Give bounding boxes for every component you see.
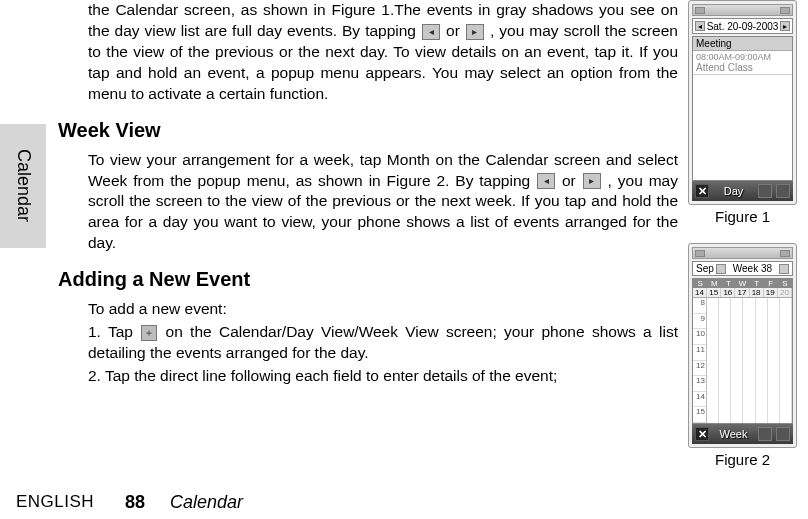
day[interactable]: 18 [750, 288, 764, 297]
grid-columns[interactable] [707, 298, 792, 423]
arrow-right-icon: ▸ [466, 24, 484, 40]
arrow-left-icon[interactable]: ◂ [695, 21, 705, 31]
hour-column: 8 9 10 11 12 13 14 15 [693, 298, 707, 423]
arrow-left-icon: ◂ [537, 173, 555, 189]
day[interactable]: 16 [721, 288, 735, 297]
device-mock-day-view: ◂ Sat. 20-09-2003 ▸ Meeting 08:00AM-09:0… [688, 0, 797, 205]
side-tab: Calendar [0, 124, 46, 248]
hour: 8 [693, 298, 706, 314]
event-title: Attend Class [696, 62, 789, 73]
view-label[interactable]: Day [713, 185, 754, 197]
dow: S [778, 279, 792, 288]
week-view-body: S M T W T F S 14 15 16 17 18 19 20 8 9 [692, 278, 793, 424]
side-tab-label: Calendar [13, 149, 34, 222]
status-stub [780, 7, 790, 14]
view-label[interactable]: Week [713, 428, 754, 440]
dropdown-icon[interactable] [716, 264, 726, 274]
dow: T [750, 279, 764, 288]
figure-2: Sep Week 38 S M T W T F S 14 15 16 17 18… [688, 243, 797, 468]
new-event-icon[interactable] [758, 427, 772, 441]
new-event-icon[interactable] [758, 184, 772, 198]
month-week-bar: Sep Week 38 [692, 261, 793, 276]
date-label: Sat. 20-09-2003 [707, 21, 779, 32]
hour: 10 [693, 329, 706, 345]
close-icon[interactable]: ✕ [695, 184, 709, 198]
dow: T [721, 279, 735, 288]
main-content: the Calendar screen, as shown in Figure … [88, 0, 684, 389]
event-time: 08:00AM-09:00AM [696, 52, 789, 62]
hour: 13 [693, 376, 706, 392]
text: or [441, 22, 465, 39]
text: 1. Tap [88, 323, 140, 340]
week-grid[interactable]: 8 9 10 11 12 13 14 15 [693, 298, 792, 423]
figure-1-caption: Figure 1 [688, 208, 797, 225]
hour: 14 [693, 392, 706, 408]
hour: 12 [693, 361, 706, 377]
plus-icon: ＋ [141, 325, 157, 341]
day[interactable]: 17 [735, 288, 749, 297]
add-event-step-1: 1. Tap ＋ on the Calendar/Day View/Week V… [88, 322, 678, 364]
menu-icon[interactable] [776, 427, 790, 441]
device-mock-week-view: Sep Week 38 S M T W T F S 14 15 16 17 18… [688, 243, 797, 448]
device-bottom-bar: ✕ Day [692, 181, 793, 201]
date-bar: ◂ Sat. 20-09-2003 ▸ [692, 18, 793, 34]
dow: S [693, 279, 707, 288]
dow: M [707, 279, 721, 288]
hour: 15 [693, 407, 706, 423]
language-label: ENGLISH [0, 492, 110, 512]
arrow-right-icon: ▸ [583, 173, 601, 189]
device-status-bar [692, 4, 793, 16]
figure-1: ◂ Sat. 20-09-2003 ▸ Meeting 08:00AM-09:0… [688, 0, 797, 225]
dropdown-icon[interactable] [779, 264, 789, 274]
day-view-body: Meeting 08:00AM-09:00AM Attend Class [692, 36, 793, 181]
add-event-step-2: 2. Tap the direct line following each fi… [88, 366, 678, 387]
event-row[interactable]: 08:00AM-09:00AM Attend Class [693, 51, 792, 75]
intro-paragraph: the Calendar screen, as shown in Figure … [88, 0, 678, 105]
all-day-event[interactable]: Meeting [693, 37, 792, 51]
device-status-bar [692, 247, 793, 259]
week-label: Week 38 [728, 263, 777, 274]
day[interactable]: 20 [778, 288, 792, 297]
dow: W [735, 279, 749, 288]
day[interactable]: 19 [764, 288, 778, 297]
text: on the Calendar/Day View/Week View scree… [88, 323, 678, 361]
day[interactable]: 15 [707, 288, 721, 297]
status-stub [695, 7, 705, 14]
arrow-right-icon[interactable]: ▸ [780, 21, 790, 31]
page-number: 88 [110, 492, 160, 513]
status-stub [780, 250, 790, 257]
hour: 11 [693, 345, 706, 361]
month-label[interactable]: Sep [696, 263, 714, 274]
menu-icon[interactable] [776, 184, 790, 198]
week-header: S M T W T F S [693, 279, 792, 288]
text: or [556, 172, 582, 189]
arrow-left-icon: ◂ [422, 24, 440, 40]
figure-2-caption: Figure 2 [688, 451, 797, 468]
week-view-paragraph: To view your arrangement for a week, tap… [88, 150, 678, 255]
day[interactable]: 14 [693, 288, 707, 297]
footer-title: Calendar [170, 492, 243, 513]
status-stub [695, 250, 705, 257]
week-days: 14 15 16 17 18 19 20 [693, 288, 792, 298]
close-icon[interactable]: ✕ [695, 427, 709, 441]
page-footer: ENGLISH 88 Calendar [0, 485, 808, 519]
add-event-heading: Adding a New Event [58, 268, 678, 291]
week-view-heading: Week View [58, 119, 678, 142]
device-bottom-bar: ✕ Week [692, 424, 793, 444]
hour: 9 [693, 314, 706, 330]
add-event-lead: To add a new event: [88, 299, 678, 320]
dow: F [764, 279, 778, 288]
